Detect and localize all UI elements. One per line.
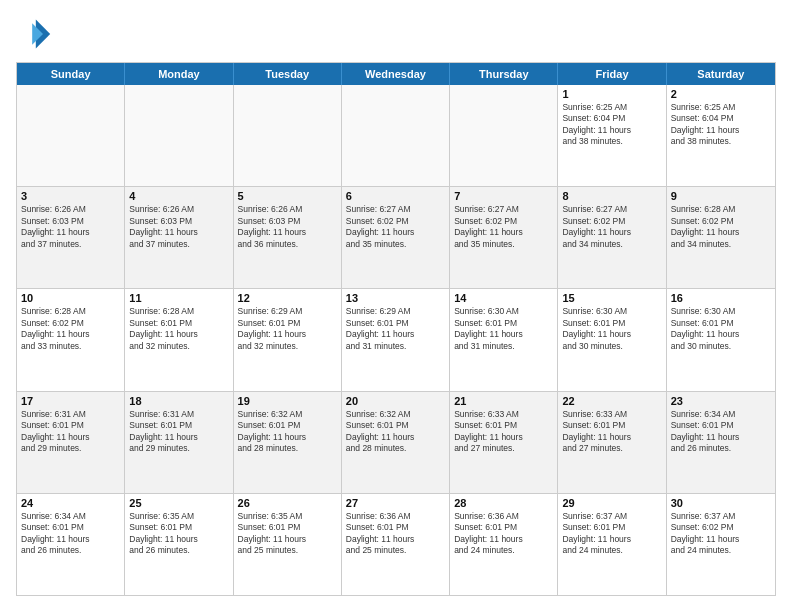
header xyxy=(16,16,776,52)
day-cell-13: 13Sunrise: 6:29 AM Sunset: 6:01 PM Dayli… xyxy=(342,289,450,390)
day-info: Sunrise: 6:34 AM Sunset: 6:01 PM Dayligh… xyxy=(671,409,771,455)
day-cell-9: 9Sunrise: 6:28 AM Sunset: 6:02 PM Daylig… xyxy=(667,187,775,288)
calendar-row-0: 1Sunrise: 6:25 AM Sunset: 6:04 PM Daylig… xyxy=(17,85,775,186)
day-info: Sunrise: 6:25 AM Sunset: 6:04 PM Dayligh… xyxy=(671,102,771,148)
day-info: Sunrise: 6:27 AM Sunset: 6:02 PM Dayligh… xyxy=(562,204,661,250)
day-info: Sunrise: 6:29 AM Sunset: 6:01 PM Dayligh… xyxy=(346,306,445,352)
day-number: 12 xyxy=(238,292,337,304)
day-info: Sunrise: 6:26 AM Sunset: 6:03 PM Dayligh… xyxy=(238,204,337,250)
day-cell-30: 30Sunrise: 6:37 AM Sunset: 6:02 PM Dayli… xyxy=(667,494,775,595)
header-day-wednesday: Wednesday xyxy=(342,63,450,85)
day-number: 13 xyxy=(346,292,445,304)
empty-cell-0-2 xyxy=(234,85,342,186)
day-number: 14 xyxy=(454,292,553,304)
calendar-body: 1Sunrise: 6:25 AM Sunset: 6:04 PM Daylig… xyxy=(17,85,775,595)
day-cell-10: 10Sunrise: 6:28 AM Sunset: 6:02 PM Dayli… xyxy=(17,289,125,390)
day-info: Sunrise: 6:28 AM Sunset: 6:02 PM Dayligh… xyxy=(21,306,120,352)
day-number: 7 xyxy=(454,190,553,202)
day-number: 2 xyxy=(671,88,771,100)
day-number: 3 xyxy=(21,190,120,202)
day-number: 16 xyxy=(671,292,771,304)
page: SundayMondayTuesdayWednesdayThursdayFrid… xyxy=(0,0,792,612)
day-number: 22 xyxy=(562,395,661,407)
day-cell-24: 24Sunrise: 6:34 AM Sunset: 6:01 PM Dayli… xyxy=(17,494,125,595)
day-cell-5: 5Sunrise: 6:26 AM Sunset: 6:03 PM Daylig… xyxy=(234,187,342,288)
day-cell-21: 21Sunrise: 6:33 AM Sunset: 6:01 PM Dayli… xyxy=(450,392,558,493)
calendar-row-4: 24Sunrise: 6:34 AM Sunset: 6:01 PM Dayli… xyxy=(17,493,775,595)
day-number: 8 xyxy=(562,190,661,202)
day-cell-12: 12Sunrise: 6:29 AM Sunset: 6:01 PM Dayli… xyxy=(234,289,342,390)
header-day-friday: Friday xyxy=(558,63,666,85)
day-number: 21 xyxy=(454,395,553,407)
day-number: 17 xyxy=(21,395,120,407)
day-info: Sunrise: 6:31 AM Sunset: 6:01 PM Dayligh… xyxy=(129,409,228,455)
day-cell-27: 27Sunrise: 6:36 AM Sunset: 6:01 PM Dayli… xyxy=(342,494,450,595)
calendar-row-3: 17Sunrise: 6:31 AM Sunset: 6:01 PM Dayli… xyxy=(17,391,775,493)
day-info: Sunrise: 6:29 AM Sunset: 6:01 PM Dayligh… xyxy=(238,306,337,352)
day-cell-22: 22Sunrise: 6:33 AM Sunset: 6:01 PM Dayli… xyxy=(558,392,666,493)
day-number: 29 xyxy=(562,497,661,509)
day-info: Sunrise: 6:28 AM Sunset: 6:02 PM Dayligh… xyxy=(671,204,771,250)
day-info: Sunrise: 6:36 AM Sunset: 6:01 PM Dayligh… xyxy=(346,511,445,557)
day-info: Sunrise: 6:35 AM Sunset: 6:01 PM Dayligh… xyxy=(238,511,337,557)
header-day-thursday: Thursday xyxy=(450,63,558,85)
header-day-sunday: Sunday xyxy=(17,63,125,85)
day-number: 6 xyxy=(346,190,445,202)
day-number: 10 xyxy=(21,292,120,304)
calendar-header: SundayMondayTuesdayWednesdayThursdayFrid… xyxy=(17,63,775,85)
day-cell-4: 4Sunrise: 6:26 AM Sunset: 6:03 PM Daylig… xyxy=(125,187,233,288)
empty-cell-0-1 xyxy=(125,85,233,186)
day-number: 15 xyxy=(562,292,661,304)
calendar-row-1: 3Sunrise: 6:26 AM Sunset: 6:03 PM Daylig… xyxy=(17,186,775,288)
logo-icon xyxy=(16,16,52,52)
day-cell-16: 16Sunrise: 6:30 AM Sunset: 6:01 PM Dayli… xyxy=(667,289,775,390)
logo xyxy=(16,16,56,52)
day-info: Sunrise: 6:32 AM Sunset: 6:01 PM Dayligh… xyxy=(238,409,337,455)
calendar: SundayMondayTuesdayWednesdayThursdayFrid… xyxy=(16,62,776,596)
day-number: 5 xyxy=(238,190,337,202)
day-cell-23: 23Sunrise: 6:34 AM Sunset: 6:01 PM Dayli… xyxy=(667,392,775,493)
day-number: 18 xyxy=(129,395,228,407)
day-number: 19 xyxy=(238,395,337,407)
day-cell-6: 6Sunrise: 6:27 AM Sunset: 6:02 PM Daylig… xyxy=(342,187,450,288)
day-info: Sunrise: 6:30 AM Sunset: 6:01 PM Dayligh… xyxy=(454,306,553,352)
day-number: 4 xyxy=(129,190,228,202)
day-info: Sunrise: 6:36 AM Sunset: 6:01 PM Dayligh… xyxy=(454,511,553,557)
day-cell-26: 26Sunrise: 6:35 AM Sunset: 6:01 PM Dayli… xyxy=(234,494,342,595)
day-cell-1: 1Sunrise: 6:25 AM Sunset: 6:04 PM Daylig… xyxy=(558,85,666,186)
day-cell-29: 29Sunrise: 6:37 AM Sunset: 6:01 PM Dayli… xyxy=(558,494,666,595)
day-number: 30 xyxy=(671,497,771,509)
day-info: Sunrise: 6:27 AM Sunset: 6:02 PM Dayligh… xyxy=(454,204,553,250)
day-info: Sunrise: 6:25 AM Sunset: 6:04 PM Dayligh… xyxy=(562,102,661,148)
day-info: Sunrise: 6:31 AM Sunset: 6:01 PM Dayligh… xyxy=(21,409,120,455)
day-info: Sunrise: 6:26 AM Sunset: 6:03 PM Dayligh… xyxy=(129,204,228,250)
day-number: 25 xyxy=(129,497,228,509)
day-info: Sunrise: 6:37 AM Sunset: 6:01 PM Dayligh… xyxy=(562,511,661,557)
day-cell-28: 28Sunrise: 6:36 AM Sunset: 6:01 PM Dayli… xyxy=(450,494,558,595)
day-number: 28 xyxy=(454,497,553,509)
day-number: 20 xyxy=(346,395,445,407)
day-info: Sunrise: 6:27 AM Sunset: 6:02 PM Dayligh… xyxy=(346,204,445,250)
day-cell-18: 18Sunrise: 6:31 AM Sunset: 6:01 PM Dayli… xyxy=(125,392,233,493)
day-cell-14: 14Sunrise: 6:30 AM Sunset: 6:01 PM Dayli… xyxy=(450,289,558,390)
day-cell-19: 19Sunrise: 6:32 AM Sunset: 6:01 PM Dayli… xyxy=(234,392,342,493)
day-number: 11 xyxy=(129,292,228,304)
day-number: 1 xyxy=(562,88,661,100)
day-number: 27 xyxy=(346,497,445,509)
day-cell-17: 17Sunrise: 6:31 AM Sunset: 6:01 PM Dayli… xyxy=(17,392,125,493)
day-info: Sunrise: 6:34 AM Sunset: 6:01 PM Dayligh… xyxy=(21,511,120,557)
day-info: Sunrise: 6:33 AM Sunset: 6:01 PM Dayligh… xyxy=(454,409,553,455)
day-info: Sunrise: 6:32 AM Sunset: 6:01 PM Dayligh… xyxy=(346,409,445,455)
day-info: Sunrise: 6:28 AM Sunset: 6:01 PM Dayligh… xyxy=(129,306,228,352)
empty-cell-0-0 xyxy=(17,85,125,186)
day-number: 23 xyxy=(671,395,771,407)
day-info: Sunrise: 6:33 AM Sunset: 6:01 PM Dayligh… xyxy=(562,409,661,455)
empty-cell-0-3 xyxy=(342,85,450,186)
day-info: Sunrise: 6:30 AM Sunset: 6:01 PM Dayligh… xyxy=(671,306,771,352)
day-cell-25: 25Sunrise: 6:35 AM Sunset: 6:01 PM Dayli… xyxy=(125,494,233,595)
day-cell-3: 3Sunrise: 6:26 AM Sunset: 6:03 PM Daylig… xyxy=(17,187,125,288)
day-cell-11: 11Sunrise: 6:28 AM Sunset: 6:01 PM Dayli… xyxy=(125,289,233,390)
header-day-saturday: Saturday xyxy=(667,63,775,85)
day-info: Sunrise: 6:26 AM Sunset: 6:03 PM Dayligh… xyxy=(21,204,120,250)
day-number: 26 xyxy=(238,497,337,509)
